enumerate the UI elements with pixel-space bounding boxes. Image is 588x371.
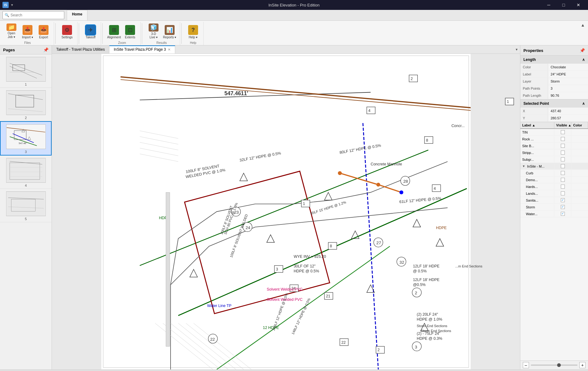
props-pin-button[interactable]: 📌 — [580, 48, 585, 53]
tab-close-button[interactable]: ✕ — [168, 48, 171, 52]
tab-takeoff[interactable]: Takeoff - Travel Plaza Utilities — [52, 45, 109, 53]
layer-row-curb[interactable]: Curb — [520, 170, 588, 177]
maximize-button[interactable]: □ — [556, 0, 571, 10]
layer-vis-storm[interactable] — [554, 204, 571, 210]
doc-canvas[interactable]: 547.4611' — [52, 54, 520, 369]
layer-name-tin: TIN — [520, 129, 554, 135]
takeoff-buttons: ✈ Takeoff — [83, 22, 98, 41]
layer-color-storm — [571, 206, 588, 208]
length-section-header[interactable]: Length ∧ — [520, 56, 588, 64]
extents-button[interactable]: ⊡ Extents — [122, 22, 138, 41]
tabs-dropdown[interactable]: ▾ — [513, 46, 520, 53]
takeoff-button[interactable]: ✈ Takeoff — [83, 22, 98, 41]
layer-vis-demo[interactable] — [554, 177, 571, 183]
zoom-out-button[interactable]: – — [523, 362, 529, 368]
expand-icon[interactable]: ▼ — [522, 164, 527, 168]
layer-row-demo[interactable]: Demo... — [520, 177, 588, 183]
search-container[interactable]: 🔍 — [2, 11, 64, 19]
3d-live-button[interactable]: 🧊 3-DLive ▾ — [146, 22, 161, 41]
minimize-button[interactable]: ─ — [542, 0, 556, 10]
page-preview-1 — [6, 57, 45, 81]
alignment-button[interactable]: ⊞ Alignment — [106, 22, 122, 41]
help-button[interactable]: ? Help ▾ — [185, 22, 201, 41]
search-input[interactable] — [11, 13, 60, 17]
layers-header-visible[interactable]: Visible ▲ — [554, 122, 571, 128]
pages-pin-button[interactable]: 📌 — [43, 47, 49, 52]
layer-row-lands[interactable]: Lands... — [520, 190, 588, 197]
layers-header-label[interactable]: Label ▲ — [520, 122, 554, 128]
ribbon-group-settings: ⚙ Settings — [57, 22, 78, 45]
zoom-thumb[interactable] — [557, 363, 561, 367]
layer-vis-sanita[interactable] — [554, 197, 571, 203]
zoom-slider[interactable] — [531, 365, 577, 366]
tab-insite-pdf[interactable]: InSite Travel Plaza.PDF Page 3 ✕ — [109, 45, 175, 53]
layer-row-water[interactable]: Water... — [520, 211, 588, 217]
doc-tabs: Takeoff - Travel Plaza Utilities InSite … — [52, 45, 520, 54]
checkbox-rock[interactable] — [561, 137, 565, 141]
layer-vis-lands[interactable] — [554, 190, 571, 197]
layer-row-hards[interactable]: Hards... — [520, 183, 588, 190]
checkbox-lands[interactable] — [561, 191, 565, 195]
close-button[interactable]: ✕ — [571, 0, 586, 10]
export-button[interactable]: 📤 Export — [36, 22, 51, 41]
checkbox-stripp[interactable] — [561, 151, 565, 155]
visible-sort-icon: ▲ — [568, 123, 571, 127]
alignment-icon: ⊞ — [109, 25, 119, 35]
layer-row-rock[interactable]: Rock ... — [520, 136, 588, 143]
layer-vis-curb[interactable] — [554, 170, 571, 176]
layer-vis-stripp[interactable] — [554, 149, 571, 156]
layer-row-siteb[interactable]: Site B... — [520, 143, 588, 149]
import-button[interactable]: 📥 Import ▾ — [20, 22, 35, 41]
selected-point-header[interactable]: Selected Point ∧ — [520, 100, 588, 108]
layer-vis-tin[interactable] — [554, 129, 571, 135]
svg-text:4: 4 — [434, 186, 436, 191]
svg-text:Solvent Welded PVC: Solvent Welded PVC — [267, 287, 302, 292]
layer-row-storm[interactable]: Storm — [520, 204, 588, 211]
layer-vis-water[interactable] — [554, 211, 571, 217]
pages-list[interactable]: 1 2 — [0, 54, 52, 369]
reports-button[interactable]: 📊 Reports ▾ — [162, 22, 177, 41]
pages-panel: Pages 📌 1 — [0, 45, 52, 369]
open-job-button[interactable]: 📁 OpenJob ▾ — [4, 22, 19, 41]
layer-row-stripp[interactable]: Stripp... — [520, 149, 588, 156]
page-item-2[interactable]: 2 — [0, 88, 52, 121]
zoom-in-button[interactable]: + — [579, 362, 586, 368]
tab-home[interactable]: Home — [67, 10, 87, 20]
takeoff-icon: ✈ — [86, 25, 95, 35]
app-icon: IS — [2, 2, 9, 8]
checkbox-siteb[interactable] — [561, 144, 565, 148]
results-buttons: 🧊 3-DLive ▾ 📊 Reports ▾ — [146, 22, 177, 41]
layer-vis-subgr[interactable] — [554, 156, 571, 163]
svg-text:32: 32 — [400, 260, 404, 265]
checkbox-storm[interactable] — [561, 205, 565, 209]
page-item-3[interactable]: 547.46' 3 — [0, 121, 52, 156]
checkbox-subgr[interactable] — [561, 157, 565, 161]
path-points-label: Path Points — [520, 85, 548, 92]
layer-vis-insite[interactable] — [554, 163, 571, 169]
checkbox-insite[interactable] — [561, 164, 565, 168]
reports-label: Reports ▾ — [163, 36, 176, 39]
settings-button[interactable]: ⚙ Settings — [59, 22, 75, 41]
checkbox-demo[interactable] — [561, 178, 565, 182]
layer-name-rock: Rock ... — [520, 136, 554, 142]
layer-row-sanita[interactable]: Sanita... — [520, 197, 588, 204]
svg-point-39 — [376, 183, 380, 186]
layer-row-insite-group[interactable]: ▼ InSite - M... — [520, 163, 588, 170]
layer-row-tin[interactable]: TIN — [520, 129, 588, 136]
page-item-5[interactable]: 5 — [0, 189, 52, 222]
page-item-1[interactable]: 1 — [0, 54, 52, 88]
checkbox-curb[interactable] — [561, 171, 565, 175]
layers-table[interactable]: Label ▲ Visible ▲ Color TIN Rock ... — [520, 122, 588, 360]
checkbox-water[interactable] — [561, 212, 565, 216]
layer-vis-rock[interactable] — [554, 136, 571, 142]
checkbox-tin[interactable] — [561, 130, 565, 134]
checkbox-hards[interactable] — [561, 185, 565, 189]
layers-header-color[interactable]: Color — [571, 122, 588, 128]
collapse-ribbon-button[interactable]: ▲ — [579, 22, 587, 28]
layer-vis-hards[interactable] — [554, 183, 571, 190]
layer-color-insite — [571, 165, 588, 168]
layer-vis-siteb[interactable] — [554, 143, 571, 149]
page-item-4[interactable]: 4 — [0, 156, 52, 189]
checkbox-sanita[interactable] — [561, 198, 565, 202]
layer-row-subgr[interactable]: Subgr... — [520, 156, 588, 163]
